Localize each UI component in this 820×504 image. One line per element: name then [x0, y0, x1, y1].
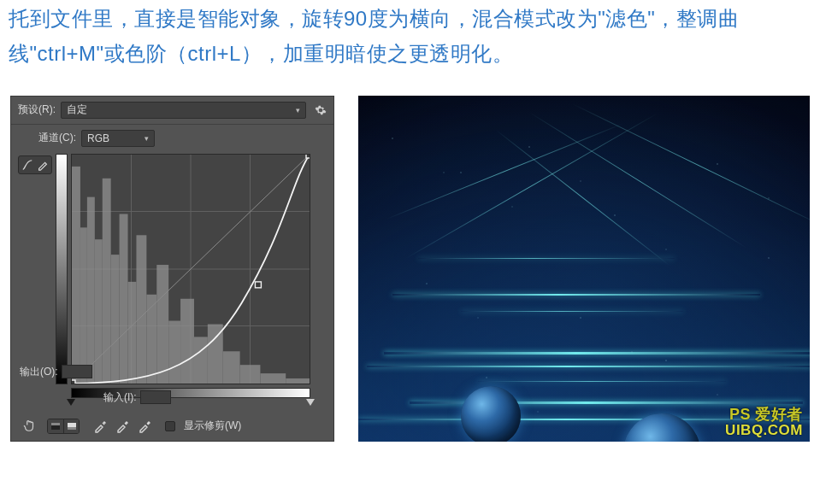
channel-value: RGB	[87, 132, 109, 144]
preset-label: 预设(R):	[18, 103, 56, 117]
curve-tool-group	[18, 155, 52, 174]
light-streak	[461, 311, 683, 312]
light-streak	[478, 381, 726, 382]
svg-rect-27	[255, 281, 261, 287]
result-preview: PS 爱好者 UIBQ.COM	[358, 96, 810, 442]
channel-label: 通道(C):	[38, 131, 76, 145]
light-streak	[358, 419, 810, 420]
content-row: 预设(R): 自定 ▾ 通道(C): RGB ▾	[0, 96, 820, 442]
show-clipping-label: 显示修剪(W)	[184, 419, 241, 433]
watermark-line1: PS 爱好者	[725, 407, 803, 423]
svg-rect-9	[95, 239, 103, 384]
light-streak	[418, 258, 675, 259]
light-ray	[386, 123, 624, 220]
svg-rect-17	[168, 320, 180, 383]
svg-rect-16	[156, 265, 168, 384]
watermark-line2: UIBQ.COM	[725, 423, 803, 438]
show-clipping-checkbox[interactable]	[165, 421, 175, 431]
auto-toggle-group	[47, 419, 80, 434]
channel-row: 通道(C): RGB ▾	[11, 125, 333, 150]
gear-icon[interactable]	[315, 104, 327, 116]
light-ray	[495, 129, 670, 267]
white-point-eyedropper[interactable]	[138, 419, 151, 433]
svg-rect-28	[306, 155, 310, 158]
svg-rect-23	[260, 373, 286, 384]
output-label: 输出(O):	[20, 365, 58, 379]
watermark: PS 爱好者 UIBQ.COM	[725, 407, 803, 438]
svg-rect-8	[87, 196, 95, 383]
gray-point-eyedropper[interactable]	[115, 419, 129, 433]
sphere	[623, 413, 700, 442]
light-ray	[405, 113, 658, 259]
sphere	[461, 386, 521, 442]
pencil-tool-icon[interactable]	[36, 158, 50, 172]
svg-rect-12	[120, 214, 128, 384]
svg-rect-7	[80, 227, 87, 384]
svg-rect-24	[286, 378, 310, 384]
instruction-text: 托到文件里，直接是智能对象，旋转90度为横向，混合模式改为"滤色"，整调曲线"c…	[0, 0, 820, 80]
preset-value: 自定	[67, 103, 87, 117]
svg-rect-31	[68, 423, 76, 427]
tools-column	[18, 154, 52, 174]
light-ray	[572, 103, 810, 228]
light-ray	[529, 112, 747, 249]
output-gradient	[56, 154, 68, 384]
svg-rect-14	[136, 235, 146, 384]
black-point-slider[interactable]	[67, 399, 75, 406]
channel-dropdown[interactable]: RGB ▾	[81, 130, 155, 147]
preset-row: 预设(R): 自定 ▾	[11, 97, 333, 125]
light-streak	[392, 294, 760, 296]
output-row: 输出(O):	[20, 365, 92, 379]
svg-rect-32	[68, 427, 76, 430]
svg-rect-11	[111, 255, 120, 384]
svg-rect-19	[194, 337, 208, 384]
svg-rect-15	[146, 294, 156, 383]
black-point-eyedropper[interactable]	[93, 419, 107, 433]
svg-rect-6	[72, 166, 80, 383]
light-streak	[384, 352, 810, 355]
svg-rect-22	[240, 365, 261, 384]
output-value-field[interactable]	[62, 365, 92, 378]
eyedropper-group	[93, 419, 151, 433]
curves-plot[interactable]	[71, 154, 310, 384]
svg-rect-21	[223, 351, 240, 384]
white-point-slider[interactable]	[306, 399, 315, 406]
light-streak	[410, 401, 803, 404]
shadow-toggle[interactable]	[48, 419, 63, 433]
curve-tool-icon[interactable]	[21, 158, 34, 172]
curves-adjustment-panel: 预设(R): 自定 ▾ 通道(C): RGB ▾	[10, 96, 334, 442]
input-row: 输入(I):	[103, 390, 171, 405]
light-streak	[367, 366, 810, 367]
svg-rect-29	[51, 425, 60, 430]
input-value-field[interactable]	[140, 390, 171, 404]
svg-rect-30	[51, 423, 60, 425]
svg-rect-13	[128, 281, 137, 383]
input-label: 输入(I):	[103, 390, 137, 405]
bottom-toolbar: 显示修剪(W)	[11, 419, 333, 434]
highlight-toggle[interactable]	[63, 419, 79, 433]
chevron-down-icon: ▾	[296, 106, 300, 114]
svg-rect-26	[72, 380, 75, 384]
chevron-down-icon: ▾	[145, 134, 149, 143]
preset-dropdown[interactable]: 自定 ▾	[61, 102, 306, 119]
curves-graph-area	[56, 154, 316, 410]
svg-rect-18	[180, 298, 194, 383]
target-adjust-icon[interactable]	[20, 419, 38, 434]
